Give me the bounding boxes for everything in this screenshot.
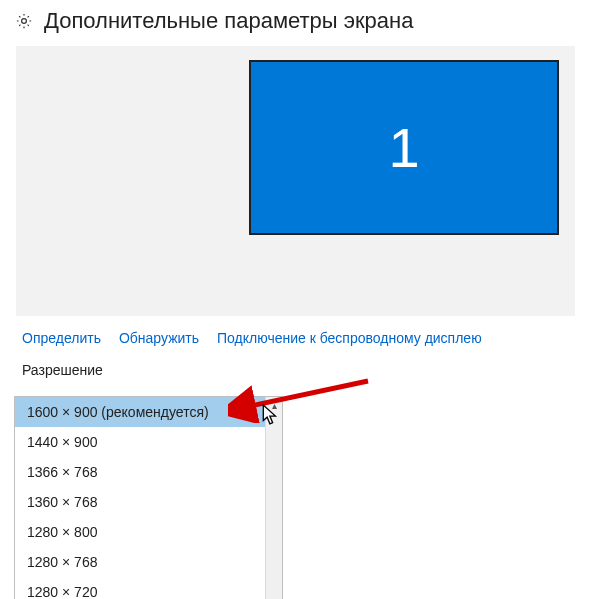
wireless-display-link[interactable]: Подключение к беспроводному дисплею xyxy=(217,330,482,346)
resolution-option[interactable]: 1360 × 768 xyxy=(15,487,265,517)
resolution-option[interactable]: 1440 × 900 xyxy=(15,427,265,457)
resolution-option[interactable]: 1366 × 768 xyxy=(15,457,265,487)
detect-link[interactable]: Обнаружить xyxy=(119,330,199,346)
resolution-label: Разрешение xyxy=(6,356,585,384)
identify-link[interactable]: Определить xyxy=(22,330,101,346)
header: Дополнительные параметры экрана xyxy=(6,4,585,42)
svg-point-0 xyxy=(22,19,27,24)
monitor-tile-1[interactable]: 1 xyxy=(249,60,559,235)
resolution-option[interactable]: 1280 × 800 xyxy=(15,517,265,547)
monitor-number: 1 xyxy=(388,115,419,180)
resolution-option[interactable]: 1280 × 768 xyxy=(15,547,265,577)
scroll-up-icon[interactable]: ▴ xyxy=(266,397,282,414)
resolution-option[interactable]: 1600 × 900 (рекомендуется) xyxy=(15,397,265,427)
resolution-dropdown[interactable]: ▴ 1600 × 900 (рекомендуется)1440 × 90013… xyxy=(14,396,283,599)
dropdown-scrollbar[interactable]: ▴ xyxy=(265,397,282,599)
resolution-option[interactable]: 1280 × 720 xyxy=(15,577,265,599)
page-title: Дополнительные параметры экрана xyxy=(44,8,413,34)
action-links: Определить Обнаружить Подключение к бесп… xyxy=(6,316,585,356)
gear-icon xyxy=(14,11,34,31)
display-preview-panel: 1 xyxy=(16,46,575,316)
